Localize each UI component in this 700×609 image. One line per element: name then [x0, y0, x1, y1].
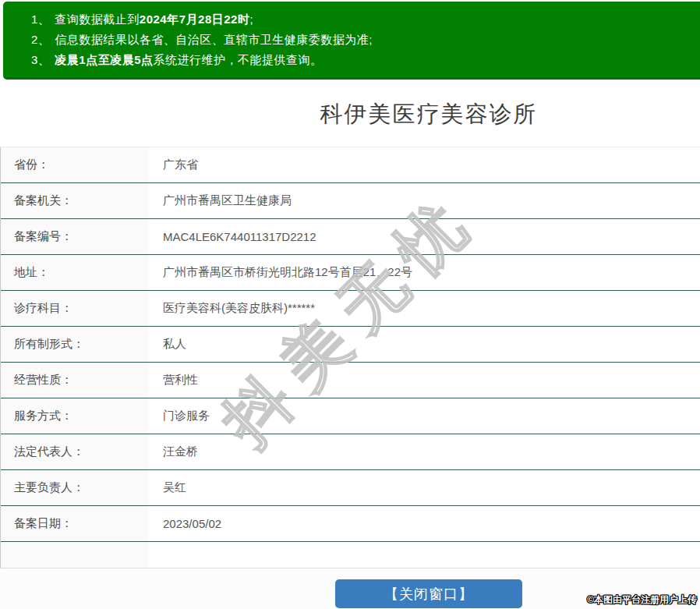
notice-line-2: 2、信息数据结果以各省、自治区、直辖市卫生健康委数据为准;	[31, 30, 700, 50]
notice-line-1: 1、查询数据截止到2024年7月28日22时;	[31, 9, 700, 30]
table-row-province: 省份： 广东省	[1, 147, 700, 183]
row-value: 广州市番禺区卫生健康局	[149, 193, 292, 208]
result-card: 科伊美医疗美容诊所 省份： 广东省 备案机关： 广州市番禺区卫生健康局 备案编号…	[0, 98, 700, 609]
close-window-button[interactable]: 【关闭窗口】	[335, 579, 522, 608]
row-label: 服务方式：	[1, 398, 149, 434]
notice-line-text: ;	[249, 12, 253, 26]
info-table: 省份： 广东省 备案机关： 广州市番禺区卫生健康局 备案编号： MAC4LE6K…	[0, 147, 700, 568]
notice-banner: 1、查询数据截止到2024年7月28日22时; 2、信息数据结果以各省、自治区、…	[3, 2, 700, 80]
row-label: 诊疗科目：	[1, 291, 149, 326]
row-value: 医疗美容科(美容皮肤科)******	[149, 301, 315, 316]
table-row-address: 地址： 广州市番禺区市桥街光明北路12号首层21、22号	[1, 255, 700, 291]
row-label: 主要负责人：	[1, 470, 149, 505]
row-label: 所有制形式：	[1, 327, 149, 362]
notice-line-text: 查询数据截止到	[55, 12, 140, 26]
notice-line-bold-text: 2024年7月28日22时	[140, 12, 250, 26]
row-label-empty	[1, 542, 149, 568]
row-value: 广东省	[149, 158, 198, 172]
page-frame: 1、查询数据截止到2024年7月28日22时; 2、信息数据结果以各省、自治区、…	[0, 0, 700, 609]
row-label: 省份：	[1, 147, 149, 182]
page-content: 1、查询数据截止到2024年7月28日22时; 2、信息数据结果以各省、自治区、…	[0, 2, 700, 609]
notice-line-text: 系统进行维护，不能提供查询。	[154, 53, 323, 66]
row-value: 吴红	[149, 480, 186, 495]
row-value: MAC4LE6K744011317D2212	[149, 230, 316, 243]
copyright-note: ©本图由平台注册用户上传	[587, 593, 697, 607]
row-label: 备案日期：	[1, 506, 149, 541]
row-label: 备案编号：	[1, 219, 149, 254]
notice-line-bold-text: 凌晨1点至凌晨5点	[55, 53, 153, 66]
row-value: 私人	[149, 337, 186, 352]
notice-list: 1、查询数据截止到2024年7月28日22时; 2、信息数据结果以各省、自治区、…	[3, 9, 700, 70]
row-label: 备案机关：	[1, 183, 149, 218]
table-row-authority: 备案机关： 广州市番禺区卫生健康局	[1, 183, 700, 219]
table-empty-row	[1, 542, 700, 568]
row-value: 门诊服务	[149, 409, 210, 423]
row-value: 汪金桥	[149, 444, 198, 459]
row-label: 经营性质：	[1, 363, 149, 398]
table-row-record-date: 备案日期： 2023/05/02	[1, 506, 700, 542]
notice-line-text: 信息数据结果以各省、自治区、直辖市卫生健康委数据为准;	[55, 33, 373, 46]
row-value: 2023/05/02	[149, 517, 221, 530]
notice-line-number: 1、	[31, 12, 50, 26]
row-value: 广州市番禺区市桥街光明北路12号首层21、22号	[149, 265, 412, 280]
row-label: 法定代表人：	[1, 434, 149, 469]
row-value: 营利性	[149, 373, 198, 388]
notice-line-number: 2、	[31, 33, 50, 46]
table-row-business-nature: 经营性质： 营利性	[1, 363, 700, 398]
clinic-title: 科伊美医疗美容诊所	[0, 98, 700, 129]
table-row-departments: 诊疗科目： 医疗美容科(美容皮肤科)******	[1, 291, 700, 327]
table-row-legal-representative: 法定代表人： 汪金桥	[1, 434, 700, 470]
table-row-ownership: 所有制形式： 私人	[1, 327, 700, 363]
table-row-service-mode: 服务方式： 门诊服务	[1, 398, 700, 434]
row-label: 地址：	[1, 255, 149, 290]
table-row-record-number: 备案编号： MAC4LE6K744011317D2212	[1, 219, 700, 255]
notice-line-number: 3、	[31, 53, 50, 66]
table-row-principal: 主要负责人： 吴红	[1, 470, 700, 506]
notice-line-3: 3、凌晨1点至凌晨5点系统进行维护，不能提供查询。	[31, 50, 700, 70]
